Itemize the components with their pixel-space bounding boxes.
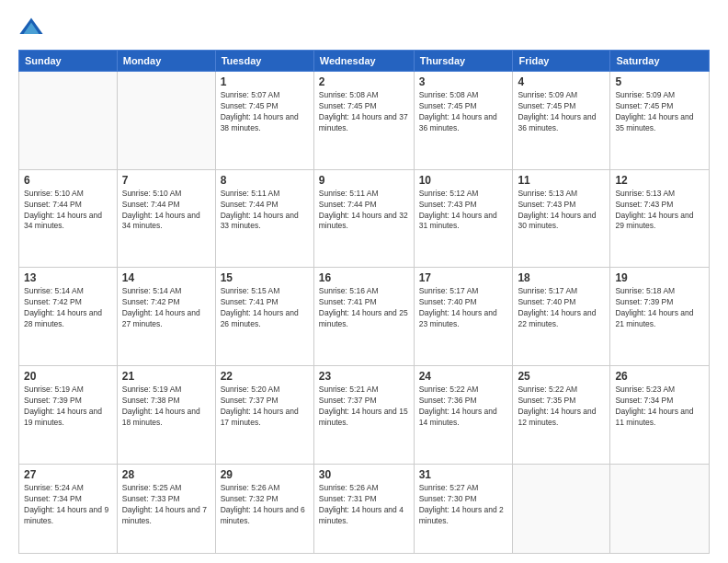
day-info: Sunrise: 5:25 AMSunset: 7:33 PMDaylight:…: [122, 483, 210, 527]
calendar-cell: 25Sunrise: 5:22 AMSunset: 7:35 PMDayligh…: [513, 366, 610, 465]
calendar-header-thursday: Thursday: [414, 51, 513, 72]
logo-icon: [18, 15, 44, 40]
day-number: 2: [319, 75, 409, 88]
calendar-header-wednesday: Wednesday: [313, 51, 414, 72]
day-number: 23: [319, 370, 409, 383]
day-info: Sunrise: 5:12 AMSunset: 7:43 PMDaylight:…: [419, 189, 508, 233]
calendar-cell: 3Sunrise: 5:08 AMSunset: 7:45 PMDaylight…: [414, 72, 513, 170]
day-number: 29: [221, 468, 309, 481]
day-info: Sunrise: 5:13 AMSunset: 7:43 PMDaylight:…: [518, 189, 605, 233]
calendar-header-sunday: Sunday: [19, 51, 118, 72]
day-number: 6: [24, 174, 112, 187]
day-info: Sunrise: 5:27 AMSunset: 7:30 PMDaylight:…: [419, 483, 508, 527]
calendar-cell: 23Sunrise: 5:21 AMSunset: 7:37 PMDayligh…: [313, 366, 414, 465]
day-number: 10: [419, 174, 508, 187]
calendar-cell: 5Sunrise: 5:09 AMSunset: 7:45 PMDaylight…: [610, 72, 710, 170]
day-number: 3: [419, 75, 508, 88]
logo: [18, 15, 48, 40]
calendar-cell: 4Sunrise: 5:09 AMSunset: 7:45 PMDaylight…: [513, 72, 610, 170]
day-number: 25: [518, 370, 605, 383]
calendar-header-friday: Friday: [513, 51, 610, 72]
day-number: 7: [122, 174, 210, 187]
calendar-cell: 8Sunrise: 5:11 AMSunset: 7:44 PMDaylight…: [215, 169, 313, 268]
calendar-cell: 31Sunrise: 5:27 AMSunset: 7:30 PMDayligh…: [414, 464, 513, 553]
day-info: Sunrise: 5:09 AMSunset: 7:45 PMDaylight:…: [518, 90, 605, 134]
day-info: Sunrise: 5:15 AMSunset: 7:41 PMDaylight:…: [221, 286, 309, 330]
day-info: Sunrise: 5:22 AMSunset: 7:35 PMDaylight:…: [518, 385, 605, 429]
calendar-cell: 12Sunrise: 5:13 AMSunset: 7:43 PMDayligh…: [610, 169, 710, 268]
calendar-cell: 24Sunrise: 5:22 AMSunset: 7:36 PMDayligh…: [414, 366, 513, 465]
calendar-cell: 9Sunrise: 5:11 AMSunset: 7:44 PMDaylight…: [313, 169, 414, 268]
day-info: Sunrise: 5:10 AMSunset: 7:44 PMDaylight:…: [24, 189, 112, 233]
day-number: 5: [615, 75, 704, 88]
calendar-cell: 19Sunrise: 5:18 AMSunset: 7:39 PMDayligh…: [610, 268, 710, 366]
day-number: 28: [122, 468, 210, 481]
day-number: 8: [221, 174, 309, 187]
day-number: 17: [419, 271, 508, 284]
calendar-week-row: 6Sunrise: 5:10 AMSunset: 7:44 PMDaylight…: [19, 169, 710, 268]
calendar-header-tuesday: Tuesday: [215, 51, 313, 72]
day-number: 20: [24, 370, 112, 383]
day-number: 18: [518, 271, 605, 284]
calendar-cell: 17Sunrise: 5:17 AMSunset: 7:40 PMDayligh…: [414, 268, 513, 366]
day-number: 24: [419, 370, 508, 383]
calendar-cell: [117, 72, 215, 170]
calendar-header-saturday: Saturday: [610, 51, 710, 72]
calendar-cell: 26Sunrise: 5:23 AMSunset: 7:34 PMDayligh…: [610, 366, 710, 465]
day-number: 12: [615, 174, 704, 187]
day-info: Sunrise: 5:14 AMSunset: 7:42 PMDaylight:…: [24, 286, 112, 330]
day-info: Sunrise: 5:07 AMSunset: 7:45 PMDaylight:…: [221, 90, 309, 134]
calendar-cell: 27Sunrise: 5:24 AMSunset: 7:34 PMDayligh…: [19, 464, 118, 553]
day-info: Sunrise: 5:18 AMSunset: 7:39 PMDaylight:…: [615, 286, 704, 330]
day-info: Sunrise: 5:08 AMSunset: 7:45 PMDaylight:…: [419, 90, 508, 134]
calendar-week-row: 27Sunrise: 5:24 AMSunset: 7:34 PMDayligh…: [19, 464, 710, 553]
day-info: Sunrise: 5:23 AMSunset: 7:34 PMDaylight:…: [615, 385, 704, 429]
calendar-cell: [513, 464, 610, 553]
day-info: Sunrise: 5:17 AMSunset: 7:40 PMDaylight:…: [518, 286, 605, 330]
day-info: Sunrise: 5:11 AMSunset: 7:44 PMDaylight:…: [221, 189, 309, 233]
calendar-cell: 28Sunrise: 5:25 AMSunset: 7:33 PMDayligh…: [117, 464, 215, 553]
day-info: Sunrise: 5:09 AMSunset: 7:45 PMDaylight:…: [615, 90, 704, 134]
header: [18, 15, 710, 40]
day-info: Sunrise: 5:11 AMSunset: 7:44 PMDaylight:…: [319, 189, 409, 233]
day-info: Sunrise: 5:10 AMSunset: 7:44 PMDaylight:…: [122, 189, 210, 233]
day-number: 1: [221, 75, 309, 88]
day-info: Sunrise: 5:19 AMSunset: 7:39 PMDaylight:…: [24, 385, 112, 429]
day-info: Sunrise: 5:16 AMSunset: 7:41 PMDaylight:…: [319, 286, 409, 330]
calendar-cell: 13Sunrise: 5:14 AMSunset: 7:42 PMDayligh…: [19, 268, 118, 366]
day-number: 9: [319, 174, 409, 187]
day-number: 26: [615, 370, 704, 383]
day-info: Sunrise: 5:21 AMSunset: 7:37 PMDaylight:…: [319, 385, 409, 429]
day-number: 13: [24, 271, 112, 284]
day-info: Sunrise: 5:22 AMSunset: 7:36 PMDaylight:…: [419, 385, 508, 429]
calendar-cell: 2Sunrise: 5:08 AMSunset: 7:45 PMDaylight…: [313, 72, 414, 170]
day-number: 27: [24, 468, 112, 481]
calendar-cell: 29Sunrise: 5:26 AMSunset: 7:32 PMDayligh…: [215, 464, 313, 553]
calendar-cell: 7Sunrise: 5:10 AMSunset: 7:44 PMDaylight…: [117, 169, 215, 268]
calendar-cell: 1Sunrise: 5:07 AMSunset: 7:45 PMDaylight…: [215, 72, 313, 170]
day-number: 19: [615, 271, 704, 284]
calendar-cell: 22Sunrise: 5:20 AMSunset: 7:37 PMDayligh…: [215, 366, 313, 465]
calendar-cell: 14Sunrise: 5:14 AMSunset: 7:42 PMDayligh…: [117, 268, 215, 366]
day-info: Sunrise: 5:19 AMSunset: 7:38 PMDaylight:…: [122, 385, 210, 429]
calendar-cell: 21Sunrise: 5:19 AMSunset: 7:38 PMDayligh…: [117, 366, 215, 465]
calendar-cell: 20Sunrise: 5:19 AMSunset: 7:39 PMDayligh…: [19, 366, 118, 465]
calendar-cell: 10Sunrise: 5:12 AMSunset: 7:43 PMDayligh…: [414, 169, 513, 268]
calendar-header-monday: Monday: [117, 51, 215, 72]
calendar-cell: 18Sunrise: 5:17 AMSunset: 7:40 PMDayligh…: [513, 268, 610, 366]
calendar-cell: 15Sunrise: 5:15 AMSunset: 7:41 PMDayligh…: [215, 268, 313, 366]
calendar-cell: 16Sunrise: 5:16 AMSunset: 7:41 PMDayligh…: [313, 268, 414, 366]
page: SundayMondayTuesdayWednesdayThursdayFrid…: [0, 0, 728, 563]
day-number: 21: [122, 370, 210, 383]
day-number: 11: [518, 174, 605, 187]
calendar-week-row: 1Sunrise: 5:07 AMSunset: 7:45 PMDaylight…: [19, 72, 710, 170]
calendar-cell: 11Sunrise: 5:13 AMSunset: 7:43 PMDayligh…: [513, 169, 610, 268]
day-info: Sunrise: 5:24 AMSunset: 7:34 PMDaylight:…: [24, 483, 112, 527]
day-number: 16: [319, 271, 409, 284]
calendar-cell: [19, 72, 118, 170]
day-number: 31: [419, 468, 508, 481]
calendar-cell: 30Sunrise: 5:26 AMSunset: 7:31 PMDayligh…: [313, 464, 414, 553]
day-info: Sunrise: 5:14 AMSunset: 7:42 PMDaylight:…: [122, 286, 210, 330]
calendar-week-row: 20Sunrise: 5:19 AMSunset: 7:39 PMDayligh…: [19, 366, 710, 465]
calendar-table: SundayMondayTuesdayWednesdayThursdayFrid…: [18, 50, 710, 554]
